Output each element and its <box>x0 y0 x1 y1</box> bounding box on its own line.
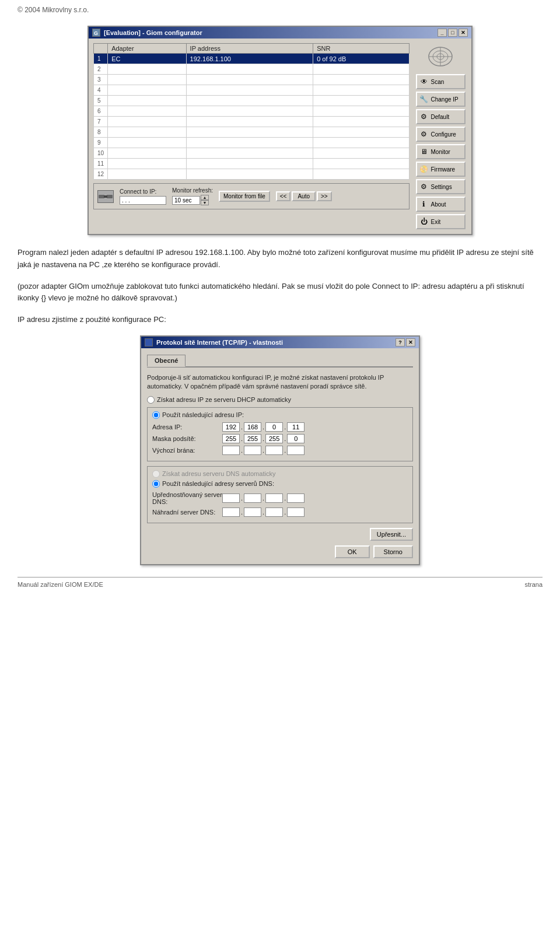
tcpip-help-button[interactable]: ? <box>396 338 405 346</box>
maska-octet-3[interactable] <box>265 434 283 443</box>
upresit-button[interactable]: Upřesnit... <box>370 528 413 541</box>
svg-rect-10 <box>145 339 152 346</box>
firmware-button[interactable]: 📀 Firmware <box>416 162 466 177</box>
row-snr <box>313 138 410 148</box>
row-num: 6 <box>94 106 108 117</box>
maska-input-group: . . . <box>222 434 304 443</box>
dns-auto-radio-item: Získat adresu serveru DNS automaticky <box>152 470 408 478</box>
ip-octet-4[interactable] <box>287 422 304 432</box>
nav-auto-button[interactable]: Auto <box>292 191 316 201</box>
table-row[interactable]: 8 <box>94 127 410 138</box>
row-adapter <box>108 75 186 85</box>
maximize-button[interactable]: □ <box>448 29 457 37</box>
table-row[interactable]: 11 <box>94 159 410 169</box>
paragraph2: (pozor adapter GIOm umožňuje zablokovat … <box>18 281 542 305</box>
pdns-1[interactable] <box>222 494 240 503</box>
row-snr <box>313 64 410 75</box>
brana-octet-3[interactable] <box>265 446 283 455</box>
close-button[interactable]: ✕ <box>459 29 468 37</box>
row-num: 11 <box>94 159 108 169</box>
row-num: 7 <box>94 117 108 127</box>
settings-button[interactable]: ⚙ Settings <box>416 179 466 194</box>
change-ip-button[interactable]: 🔧 Change IP <box>416 92 466 107</box>
pdns-3[interactable] <box>265 494 283 503</box>
dns-auto-radio[interactable] <box>152 470 160 478</box>
row-ip <box>186 117 313 127</box>
row-snr <box>313 169 410 180</box>
monitor-from-file-button[interactable]: Monitor from file <box>219 191 270 202</box>
about-button[interactable]: ℹ About <box>416 197 466 212</box>
nav-prev-button[interactable]: << <box>276 191 291 201</box>
alternate-dns-row: Náhradní server DNS: . . . <box>152 508 408 517</box>
satellite-icon <box>425 43 457 69</box>
nav-buttons: << Auto >> <box>276 191 332 201</box>
nav-next-button[interactable]: >> <box>317 191 332 201</box>
table-row[interactable]: 9 <box>94 138 410 148</box>
row-ip <box>186 75 313 85</box>
brana-octet-1[interactable] <box>222 446 240 455</box>
maska-octet-4[interactable] <box>287 434 304 443</box>
spin-up-button[interactable]: ▲ <box>201 195 209 200</box>
table-row[interactable]: 3 <box>94 75 410 85</box>
exit-button[interactable]: ⏻ Exit <box>416 214 466 229</box>
maska-octet-2[interactable] <box>244 434 261 443</box>
minimize-button[interactable]: _ <box>438 29 447 37</box>
maska-row: Maska podsítě: . . . <box>152 434 408 443</box>
pdns-4[interactable] <box>287 494 304 503</box>
monitor-refresh-spin: ▲ ▼ <box>172 195 213 205</box>
adns-1[interactable] <box>222 508 240 517</box>
table-row[interactable]: 10 <box>94 148 410 159</box>
window-body: Adapter IP address SNR 1 EC 192.168.1.10… <box>89 38 471 234</box>
tcpip-window-icon <box>145 338 153 346</box>
configure-icon: ⚙ <box>419 130 429 139</box>
ip-octet-3[interactable] <box>265 422 283 432</box>
brana-octet-2[interactable] <box>244 446 261 455</box>
static-radio-item: Použít následující adresu IP: <box>152 411 408 419</box>
spin-down-button[interactable]: ▼ <box>201 200 209 205</box>
table-row[interactable]: 5 <box>94 96 410 106</box>
table-row[interactable]: 6 <box>94 106 410 117</box>
adns-4[interactable] <box>287 508 304 517</box>
connect-icon[interactable] <box>97 190 114 203</box>
change-ip-label: Change IP <box>431 96 459 103</box>
static-radio[interactable] <box>152 411 160 419</box>
brana-input-group: . . . <box>222 446 304 455</box>
monitor-button[interactable]: 🖥 Monitor <box>416 144 466 159</box>
storno-button[interactable]: Storno <box>373 545 413 558</box>
table-row[interactable]: 4 <box>94 85 410 96</box>
dns-static-radio[interactable] <box>152 480 160 488</box>
adns-3[interactable] <box>265 508 283 517</box>
adresa-input-group: . . . <box>222 422 304 432</box>
preferred-dns-row: Upřednostňovaný server DNS: . . . <box>152 491 408 505</box>
scan-button[interactable]: 👁 Scan <box>416 74 466 89</box>
tab-obecne[interactable]: Obecné <box>147 355 186 367</box>
pdns-2[interactable] <box>244 494 261 503</box>
row-snr <box>313 159 410 169</box>
connect-ip-input[interactable] <box>120 196 166 205</box>
default-button[interactable]: ⚙ Default <box>416 109 466 124</box>
table-row[interactable]: 7 <box>94 117 410 127</box>
row-ip <box>186 148 313 159</box>
tcpip-close-button[interactable]: ✕ <box>406 338 415 346</box>
maska-octet-1[interactable] <box>222 434 240 443</box>
upresit-row: Upřesnit... <box>147 528 413 541</box>
configure-button[interactable]: ⚙ Configure <box>416 127 466 142</box>
table-row[interactable]: 1 EC 192.168.1.100 0 of 92 dB <box>94 54 410 64</box>
static-radio-label: Použít následující adresu IP: <box>162 411 244 418</box>
monitor-refresh-input[interactable] <box>172 196 200 205</box>
ok-button[interactable]: OK <box>335 545 370 558</box>
table-row[interactable]: 12 <box>94 169 410 180</box>
copyright-text: © 2004 Mikrovlny s.r.o. <box>18 6 542 14</box>
row-ip <box>186 85 313 96</box>
change-ip-icon: 🔧 <box>419 94 429 104</box>
brana-octet-4[interactable] <box>287 446 304 455</box>
bottom-controls: Connect to IP: Monitor refresh: ▲ ▼ <box>93 183 410 209</box>
ip-octet-2[interactable] <box>244 422 261 432</box>
preferred-dns-input-group: . . . <box>222 494 304 503</box>
row-adapter <box>108 127 186 138</box>
ip-octet-1[interactable] <box>222 422 240 432</box>
adns-2[interactable] <box>244 508 261 517</box>
table-row[interactable]: 2 <box>94 64 410 75</box>
dhcp-radio[interactable] <box>147 396 155 404</box>
right-sidebar: 👁 Scan 🔧 Change IP ⚙ Default ⚙ Configure… <box>414 43 467 229</box>
